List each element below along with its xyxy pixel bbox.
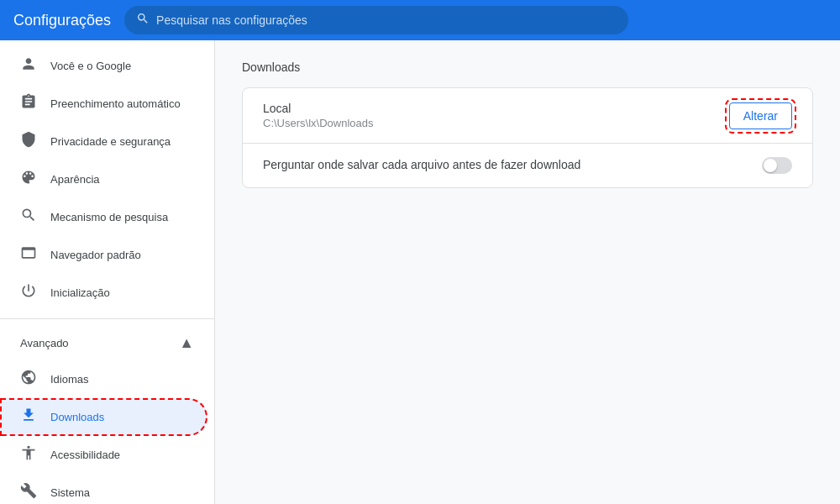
sidebar-label-voce-google: Você e o Google — [50, 60, 131, 72]
location-row: Local C:\Users\lx\Downloads Alterar — [243, 88, 812, 144]
sidebar-item-mecanismo[interactable]: Mecanismo de pesquisa — [0, 198, 207, 236]
search-nav-icon — [20, 207, 37, 228]
location-info: Local C:\Users\lx\Downloads — [263, 102, 374, 129]
sidebar-label-sistema: Sistema — [50, 486, 90, 499]
sidebar: Você e o Google Preenchimento automático… — [0, 40, 215, 504]
sidebar-item-sistema[interactable]: Sistema — [0, 474, 207, 504]
section-title: Downloads — [242, 60, 813, 74]
header: Configurações Pesquisar nas configuraçõe… — [0, 0, 840, 40]
collapse-icon: ▲ — [179, 334, 194, 352]
sidebar-label-privacidade: Privacidade e segurança — [50, 135, 171, 148]
settings-card: Local C:\Users\lx\Downloads Alterar Perg… — [242, 87, 813, 188]
shield-icon — [20, 131, 37, 152]
sidebar-item-preenchimento[interactable]: Preenchimento automático — [0, 85, 207, 123]
content-area: Downloads Local C:\Users\lx\Downloads Al… — [215, 40, 840, 504]
download-icon — [20, 407, 37, 428]
sidebar-label-aparencia: Aparência — [50, 173, 100, 186]
search-placeholder: Pesquisar nas configurações — [156, 13, 307, 27]
person-icon — [20, 55, 37, 76]
sidebar-label-downloads: Downloads — [50, 411, 104, 423]
sidebar-item-aparencia[interactable]: Aparência — [0, 160, 207, 198]
sidebar-label-preenchimento: Preenchimento automático — [50, 97, 181, 110]
wrench-icon — [20, 482, 37, 503]
search-icon — [136, 12, 150, 29]
sidebar-item-idiomas[interactable]: Idiomas — [0, 360, 207, 398]
advanced-section-header[interactable]: Avançado ▲ — [0, 326, 214, 360]
sidebar-label-inicializacao: Inicialização — [50, 286, 110, 299]
palette-icon — [20, 169, 37, 190]
ask-label: Perguntar onde salvar cada arquivo antes… — [263, 158, 580, 171]
sidebar-item-privacidade[interactable]: Privacidade e segurança — [0, 123, 207, 160]
accessibility-icon — [20, 444, 37, 465]
advanced-label: Avançado — [20, 337, 69, 349]
browser-icon — [20, 244, 37, 265]
ask-info: Perguntar onde salvar cada arquivo antes… — [263, 158, 580, 173]
sidebar-label-mecanismo: Mecanismo de pesquisa — [50, 211, 168, 223]
globe-icon — [20, 369, 37, 390]
sidebar-item-navegador[interactable]: Navegador padrão — [0, 236, 207, 274]
power-icon — [20, 282, 37, 303]
sidebar-item-acessibilidade[interactable]: Acessibilidade — [0, 436, 207, 474]
app-title: Configurações — [13, 12, 111, 29]
sidebar-label-navegador: Navegador padrão — [50, 249, 141, 261]
assignment-icon — [20, 93, 37, 114]
sidebar-label-idiomas: Idiomas — [50, 373, 89, 386]
search-bar[interactable]: Pesquisar nas configurações — [124, 6, 628, 34]
location-path: C:\Users\lx\Downloads — [263, 117, 374, 129]
sidebar-item-inicializacao[interactable]: Inicialização — [0, 274, 207, 312]
sidebar-divider — [0, 318, 214, 319]
sidebar-label-acessibilidade: Acessibilidade — [50, 449, 120, 461]
alter-button[interactable]: Alterar — [729, 102, 792, 129]
location-title: Local — [263, 102, 374, 115]
ask-toggle[interactable] — [762, 157, 792, 174]
ask-row: Perguntar onde salvar cada arquivo antes… — [243, 144, 812, 187]
main-layout: Você e o Google Preenchimento automático… — [0, 40, 840, 504]
sidebar-item-downloads[interactable]: Downloads — [0, 398, 207, 436]
sidebar-item-voce-google[interactable]: Você e o Google — [0, 47, 207, 85]
